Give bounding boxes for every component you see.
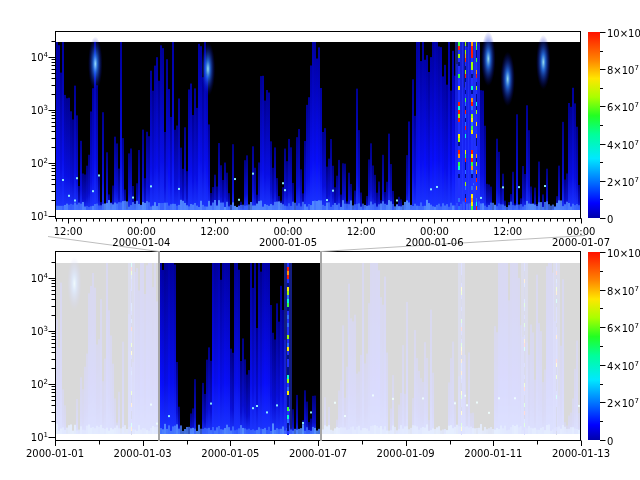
- bottom-colorbar-tick-label: 6×107: [607, 321, 639, 334]
- tick-base: 0: [607, 214, 613, 225]
- tick-base: 2×10: [607, 398, 634, 409]
- tick-exp: 7: [634, 176, 638, 184]
- tick-exp: 7: [634, 64, 638, 72]
- top-x-date-label: 2000-01-06: [405, 237, 463, 248]
- bottom-colorbar-tick-label: 10×107: [607, 246, 640, 259]
- top-colorbar-tick-label: 10×107: [607, 26, 640, 39]
- bottom-x-date-label: 2000-01-13: [552, 448, 610, 459]
- bottom-colorbar-tick-label: 4×107: [607, 359, 639, 372]
- top-x-date-label: 2000-01-04: [112, 237, 170, 248]
- tick-exp: 4: [44, 272, 48, 280]
- top-x-time-label: 00:00: [127, 226, 156, 237]
- top-y-tick-label: 102: [24, 156, 48, 169]
- bottom-y-tick-label: 102: [24, 377, 48, 390]
- tick-exp: 1: [44, 431, 48, 439]
- unselected-region-overlay-left: [56, 252, 159, 440]
- tick-base: 10: [31, 326, 44, 337]
- tick-base: 10: [31, 432, 44, 443]
- tick-exp: 3: [44, 325, 48, 333]
- tick-base: 10: [31, 379, 44, 390]
- top-x-date-label: 2000-01-07: [552, 237, 610, 248]
- tick-exp: 3: [44, 104, 48, 112]
- top-y-tick-label: 101: [24, 209, 48, 222]
- tick-base: 10×10: [607, 248, 640, 259]
- top-x-time-label: 00:00: [567, 226, 596, 237]
- tick-base: 4×10: [607, 140, 634, 151]
- unselected-region-overlay-right: [321, 252, 580, 440]
- top-x-time-label: 00:00: [420, 226, 449, 237]
- tick-base: 10: [31, 211, 44, 222]
- tick-exp: 7: [634, 285, 638, 293]
- tick-base: 4×10: [607, 361, 634, 372]
- top-colorbar-tick-label: 0: [607, 212, 613, 225]
- top-colorbar-tick-label: 6×107: [607, 100, 639, 113]
- bottom-y-tick-label: 104: [24, 271, 48, 284]
- tick-exp: 7: [634, 139, 638, 147]
- top-x-time-label: 12:00: [54, 226, 83, 237]
- tick-base: 6×10: [607, 102, 634, 113]
- tick-exp: 7: [634, 322, 638, 330]
- tick-base: 10: [31, 273, 44, 284]
- top-colorbar-tick-label: 8×107: [607, 63, 639, 76]
- top-y-tick-label: 103: [24, 103, 48, 116]
- tick-exp: 1: [44, 210, 48, 218]
- top-x-time-label: 12:00: [347, 226, 376, 237]
- bottom-x-date-label: 2000-01-11: [464, 448, 522, 459]
- bottom-x-date-label: 2000-01-09: [377, 448, 435, 459]
- tick-base: 2×10: [607, 177, 634, 188]
- tick-exp: 7: [634, 101, 638, 109]
- tick-exp: 7: [634, 360, 638, 368]
- tick-base: 10: [31, 52, 44, 63]
- top-x-time-label: 12:00: [200, 226, 229, 237]
- tick-base: 8×10: [607, 286, 634, 297]
- bottom-x-date-label: 2000-01-05: [201, 448, 259, 459]
- top-x-time-label: 00:00: [274, 226, 303, 237]
- tick-exp: 2: [44, 157, 48, 165]
- top-x-time-label: 12:00: [493, 226, 522, 237]
- bottom-y-tick-label: 101: [24, 430, 48, 443]
- bottom-colorbar-tick-label: 2×107: [607, 396, 639, 409]
- tick-base: 10: [31, 105, 44, 116]
- bottom-x-date-label: 2000-01-03: [114, 448, 172, 459]
- top-x-date-label: 2000-01-05: [259, 237, 317, 248]
- tick-base: 10: [31, 158, 44, 169]
- top-colorbar-tick-label: 2×107: [607, 175, 639, 188]
- tick-exp: 7: [634, 397, 638, 405]
- bottom-colorbar-tick-label: 0: [607, 434, 613, 447]
- bottom-y-tick-label: 103: [24, 324, 48, 337]
- bottom-colorbar-tick-label: 8×107: [607, 284, 639, 297]
- bottom-x-date-label: 2000-01-01: [26, 448, 84, 459]
- tick-base: 0: [607, 436, 613, 447]
- selection-box[interactable]: [158, 251, 322, 441]
- tick-base: 6×10: [607, 323, 634, 334]
- top-y-tick-label: 104: [24, 50, 48, 63]
- tick-base: 8×10: [607, 65, 634, 76]
- top-colorbar-tick-label: 4×107: [607, 138, 639, 151]
- tick-base: 10×10: [607, 28, 640, 39]
- spectrogram-viewer-window: 104 103 102 101 104 103 102 101 12:00 00…: [0, 0, 640, 480]
- tick-exp: 2: [44, 378, 48, 386]
- tick-exp: 4: [44, 51, 48, 59]
- bottom-x-date-label: 2000-01-07: [289, 448, 347, 459]
